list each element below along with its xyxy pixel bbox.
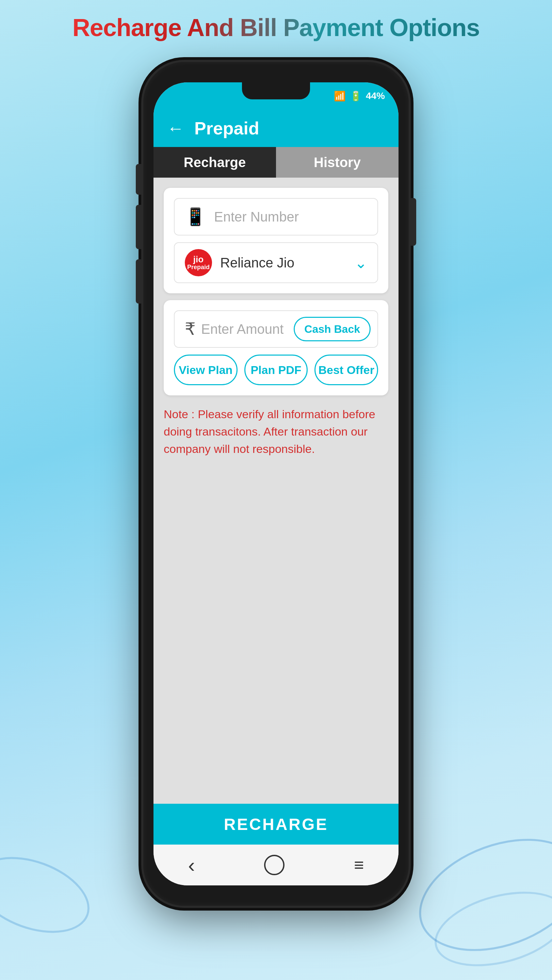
nav-menu-button[interactable]: ≡ [354,855,364,875]
plan-pdf-button[interactable]: Plan PDF [244,355,308,385]
bottom-nav: ‹ ≡ [153,845,399,885]
operator-selector[interactable]: jio Prepaid Reliance Jio ⌄ [174,242,378,283]
status-icons: 📶 🔋 44% [334,91,385,102]
wave-decoration-1 [404,818,552,972]
tabs-container: Recharge History [153,147,399,178]
battery-icon: 🔋 [350,91,362,102]
dropdown-arrow-icon: ⌄ [355,254,367,272]
jio-text-prepaid: Prepaid [187,264,210,271]
number-input-field[interactable]: 📱 Enter Number [174,198,378,235]
recharge-button[interactable]: RECHARGE [153,804,399,845]
rupee-icon: ₹ [185,319,196,339]
action-buttons-row: View Plan Plan PDF Best Offer [174,355,378,385]
nav-home-button[interactable] [264,855,285,875]
note-text: Note : Please verify all information bef… [164,402,388,461]
best-offer-button[interactable]: Best Offer [315,355,378,385]
notch [242,82,310,99]
number-input-placeholder: Enter Number [214,209,367,224]
wave-decoration-3 [0,843,100,947]
operator-name: Reliance Jio [220,255,347,270]
power-button [409,198,416,246]
page-main-title: Recharge And Bill Payment Options [73,14,480,41]
wave-decoration-2 [426,878,552,980]
view-plan-button[interactable]: View Plan [174,355,237,385]
number-operator-card: 📱 Enter Number jio Prepaid Reliance Jio … [164,188,388,293]
app-header: ← Prepaid [153,110,399,147]
tab-recharge[interactable]: Recharge [153,147,276,178]
tab-history[interactable]: History [276,147,399,178]
volume-up-button [136,205,143,249]
battery-percent: 44% [366,91,385,102]
nav-back-button[interactable]: ‹ [188,853,195,877]
content-area: 📱 Enter Number jio Prepaid Reliance Jio … [153,178,399,804]
cash-back-button[interactable]: Cash Back [294,317,371,341]
back-button[interactable]: ← [167,118,184,138]
status-bar: 📶 🔋 44% [153,82,399,110]
amount-input-field[interactable]: ₹ Enter Amount Cash Back [174,310,378,348]
amount-input-placeholder: Enter Amount [201,321,288,337]
volume-silent-button [136,164,143,195]
phone-frame: 📶 🔋 44% ← Prepaid Recharge History [143,62,409,906]
jio-logo: jio Prepaid [185,249,212,276]
content-spacer [164,468,388,794]
phone-screen: 📶 🔋 44% ← Prepaid Recharge History [153,82,399,885]
signal-icon: 📶 [334,91,346,102]
volume-down-button [136,259,143,304]
header-title: Prepaid [194,118,259,138]
amount-card: ₹ Enter Amount Cash Back View Plan Plan … [164,300,388,395]
phone-icon: 📱 [185,207,206,227]
jio-text-main: jio [193,255,204,264]
